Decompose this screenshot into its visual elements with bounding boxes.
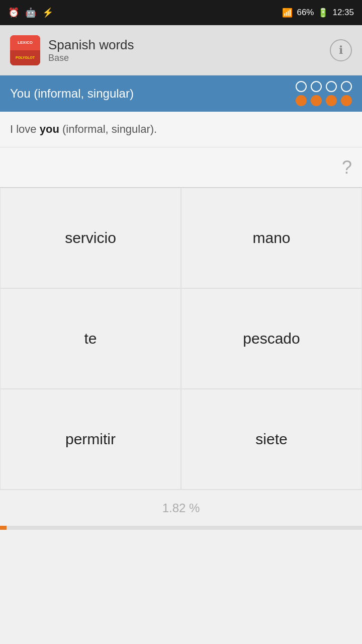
word-permitir: permitir [65,431,116,448]
word-cell-6[interactable]: siete [181,389,362,490]
topic-banner: You (informal, singular) [0,75,362,112]
hint-area: I love you (informal, singular). [0,112,362,147]
word-servicio: servicio [65,229,116,247]
app-header: LEXICO POLYGLOT Spanish words Base ℹ [0,25,362,75]
hint-suffix: (informal, singular). [59,123,157,135]
info-icon: ℹ [339,44,343,57]
battery-percent: 66% [297,8,314,18]
dot-bottom-1 [296,95,307,106]
answer-area[interactable]: ? [0,147,362,188]
word-pescado: pescado [243,330,300,347]
dot-bottom-2 [311,95,322,106]
progress-footer: 1.82 % [0,490,362,526]
hint-sentence: I love you (informal, singular). [10,123,157,135]
usb-icon: ⚡ [42,7,53,18]
app-icon-bottom: POLYGLOT [10,50,40,65]
status-right-info: 📶 66% 🔋 12:35 [282,8,354,18]
question-mark-icon: ? [342,157,352,178]
header-titles: Spanish words Base [48,37,134,63]
alarm-icon: ⏰ [8,7,19,18]
dot-top-1 [296,81,307,92]
progress-percent: 1.82 % [162,501,200,515]
status-bar: ⏰ 🤖 ⚡ 📶 66% 🔋 12:35 [0,0,362,25]
signal-icon: 📶 [282,8,293,18]
topic-label: You (informal, singular) [10,87,134,101]
hint-bold-word: you [40,123,59,135]
dot-top-4 [341,81,352,92]
dot-bottom-4 [341,95,352,106]
word-cell-5[interactable]: permitir [0,389,181,490]
app-icon-polyglot: POLYGLOT [16,56,35,59]
word-te: te [84,330,97,347]
word-choices-grid: servicio mano te pescado permitir siete [0,188,362,490]
dots-top-row [296,81,352,92]
app-icon-top: LEXICO [10,35,40,50]
word-cell-4[interactable]: pescado [181,288,362,389]
word-mano: mano [252,229,290,247]
progress-dots [296,81,352,106]
word-siete: siete [255,431,287,448]
battery-icon: 🔋 [318,8,328,18]
word-cell-1[interactable]: servicio [0,188,181,288]
clock: 12:35 [332,8,354,18]
word-cell-3[interactable]: te [0,288,181,389]
app-title: Spanish words [48,37,134,53]
dots-bottom-row [296,95,352,106]
app-icon-lexico: LEXICO [18,40,33,45]
dot-top-3 [326,81,337,92]
dot-bottom-3 [326,95,337,106]
hint-prefix: I love [10,123,40,135]
progress-bar-fill [0,526,7,530]
dot-top-2 [311,81,322,92]
header-left: LEXICO POLYGLOT Spanish words Base [10,35,134,65]
app-subtitle: Base [48,53,134,63]
word-cell-2[interactable]: mano [181,188,362,288]
app-logo: LEXICO POLYGLOT [10,35,40,65]
info-button[interactable]: ℹ [330,39,352,61]
progress-bar-container [0,526,362,530]
android-icon: 🤖 [25,7,36,18]
status-left-icons: ⏰ 🤖 ⚡ [8,7,53,18]
